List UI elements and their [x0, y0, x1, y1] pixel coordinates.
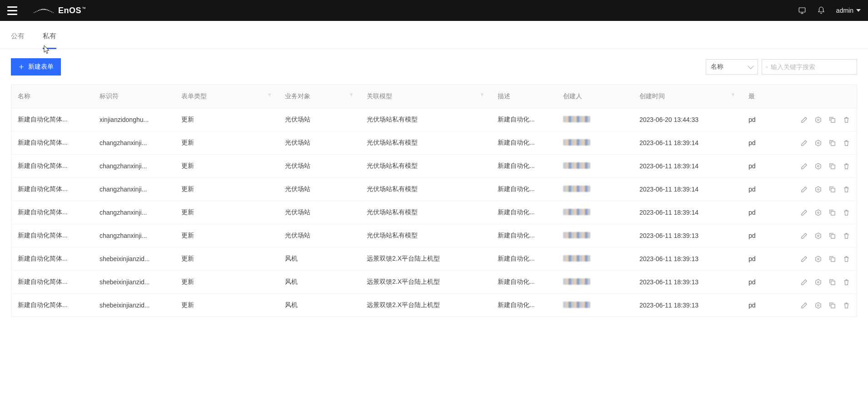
- settings-hex-icon[interactable]: [814, 232, 822, 240]
- svg-point-24: [818, 212, 819, 213]
- cell-name: 新建自动化简体...: [11, 108, 93, 131]
- col-description[interactable]: 描述: [491, 85, 557, 108]
- settings-hex-icon[interactable]: [814, 186, 822, 193]
- edit-icon[interactable]: [800, 162, 808, 170]
- trademark: ™: [82, 6, 86, 11]
- plus-icon: [18, 64, 25, 70]
- svg-point-6: [42, 9, 44, 10]
- table-row[interactable]: 新建自动化简体... shebeixinjianzid... 更新 风机 远景双…: [11, 294, 857, 317]
- cell-form-type: 更新: [175, 224, 279, 247]
- menu-toggle-button[interactable]: [7, 4, 20, 17]
- creator-chip: [563, 232, 590, 238]
- delete-icon[interactable]: [843, 209, 850, 217]
- cell-related-model: 远景双馈2.X平台陆上机型: [360, 271, 491, 294]
- edit-icon[interactable]: [800, 278, 808, 286]
- settings-hex-icon[interactable]: [814, 278, 822, 286]
- table-row[interactable]: 新建自动化简体... changzhanxinji... 更新 光伏场站 光伏场…: [11, 155, 857, 178]
- settings-hex-icon[interactable]: [814, 255, 822, 263]
- cell-updated-at: pd: [742, 131, 775, 155]
- copy-icon[interactable]: [828, 116, 836, 124]
- cell-updated-at: pd: [742, 224, 775, 247]
- col-related-model[interactable]: 关联模型: [360, 85, 491, 108]
- cell-updated-at: pd: [742, 294, 775, 317]
- delete-icon[interactable]: [843, 255, 850, 263]
- col-business-object[interactable]: 业务对象: [279, 85, 360, 108]
- table-row[interactable]: 新建自动化简体... changzhanxinji... 更新 光伏场站 光伏场…: [11, 201, 857, 224]
- filter-icon[interactable]: [730, 92, 736, 98]
- svg-point-10: [48, 10, 49, 11]
- settings-hex-icon[interactable]: [814, 209, 822, 217]
- cell-description: 新建自动化...: [491, 108, 557, 131]
- edit-icon[interactable]: [800, 186, 808, 193]
- user-name: admin: [836, 7, 853, 14]
- table-row[interactable]: 新建自动化简体... shebeixinjianzid... 更新 风机 远景双…: [11, 271, 857, 294]
- filter-icon[interactable]: [267, 92, 272, 98]
- tab-private[interactable]: 私有: [43, 32, 56, 49]
- edit-icon[interactable]: [800, 116, 808, 124]
- creator-chip: [563, 209, 590, 215]
- tab-public[interactable]: 公有: [11, 32, 25, 49]
- chevron-down-icon: [748, 63, 754, 69]
- creator-chip: [563, 255, 590, 262]
- col-updated-at[interactable]: 最: [742, 85, 775, 108]
- copy-icon[interactable]: [828, 209, 836, 217]
- copy-icon[interactable]: [828, 162, 836, 170]
- table-row[interactable]: 新建自动化简体... changzhanxinji... 更新 光伏场站 光伏场…: [11, 178, 857, 201]
- cell-identifier: changzhanxinji...: [93, 131, 175, 155]
- search-input[interactable]: [768, 60, 853, 74]
- col-creator[interactable]: 创建人: [557, 85, 633, 108]
- edit-icon[interactable]: [800, 302, 808, 309]
- cell-identifier: changzhanxinji...: [93, 155, 175, 178]
- cell-description: 新建自动化...: [491, 224, 557, 247]
- new-form-button[interactable]: 新建表单: [11, 58, 61, 76]
- cell-form-type: 更新: [175, 131, 279, 155]
- cell-form-type: 更新: [175, 201, 279, 224]
- copy-icon[interactable]: [828, 255, 836, 263]
- copy-icon[interactable]: [828, 139, 836, 147]
- svg-point-30: [818, 281, 819, 283]
- table-header-row: 名称 标识符 表单类型 业务对象 关联模型 描述 创建人 创建时间: [11, 85, 857, 108]
- filter-icon[interactable]: [479, 92, 485, 98]
- settings-hex-icon[interactable]: [814, 162, 822, 170]
- edit-icon[interactable]: [800, 209, 808, 217]
- settings-hex-icon[interactable]: [814, 139, 822, 147]
- svg-rect-19: [831, 141, 835, 146]
- settings-hex-icon[interactable]: [814, 302, 822, 309]
- delete-icon[interactable]: [843, 278, 850, 286]
- copy-icon[interactable]: [828, 186, 836, 193]
- edit-icon[interactable]: [800, 232, 808, 240]
- user-menu[interactable]: admin: [836, 7, 861, 14]
- table-row[interactable]: 新建自动化简体... changzhanxinji... 更新 光伏场站 光伏场…: [11, 224, 857, 247]
- edit-icon[interactable]: [800, 255, 808, 263]
- table-row[interactable]: 新建自动化简体... changzhanxinji... 更新 光伏场站 光伏场…: [11, 131, 857, 155]
- cell-form-type: 更新: [175, 108, 279, 131]
- col-form-type[interactable]: 表单类型: [175, 85, 279, 108]
- svg-rect-29: [831, 257, 835, 262]
- delete-icon[interactable]: [843, 302, 850, 309]
- bell-icon[interactable]: [817, 6, 825, 15]
- copy-icon[interactable]: [828, 302, 836, 309]
- cell-business-object: 风机: [279, 271, 360, 294]
- cell-actions: [775, 247, 857, 271]
- copy-icon[interactable]: [828, 278, 836, 286]
- delete-icon[interactable]: [843, 186, 850, 193]
- copy-icon[interactable]: [828, 232, 836, 240]
- col-name[interactable]: 名称: [11, 85, 93, 108]
- delete-icon[interactable]: [843, 162, 850, 170]
- delete-icon[interactable]: [843, 232, 850, 240]
- col-identifier[interactable]: 标识符: [93, 85, 175, 108]
- filter-field-select[interactable]: 名称: [706, 59, 758, 75]
- col-created-at[interactable]: 创建时间: [633, 85, 742, 108]
- creator-chip: [563, 116, 590, 122]
- delete-icon[interactable]: [843, 116, 850, 124]
- delete-icon[interactable]: [843, 139, 850, 147]
- edit-icon[interactable]: [800, 139, 808, 147]
- table-row[interactable]: 新建自动化简体... xinjianzidonghu... 更新 光伏场站 光伏…: [11, 108, 857, 131]
- cell-actions: [775, 178, 857, 201]
- filter-icon[interactable]: [349, 92, 354, 98]
- cell-updated-at: pd: [742, 247, 775, 271]
- table-row[interactable]: 新建自动化简体... shebeixinjianzid... 更新 风机 远景双…: [11, 247, 857, 271]
- creator-chip: [563, 162, 590, 169]
- monitor-icon[interactable]: [798, 6, 806, 15]
- settings-hex-icon[interactable]: [814, 116, 822, 124]
